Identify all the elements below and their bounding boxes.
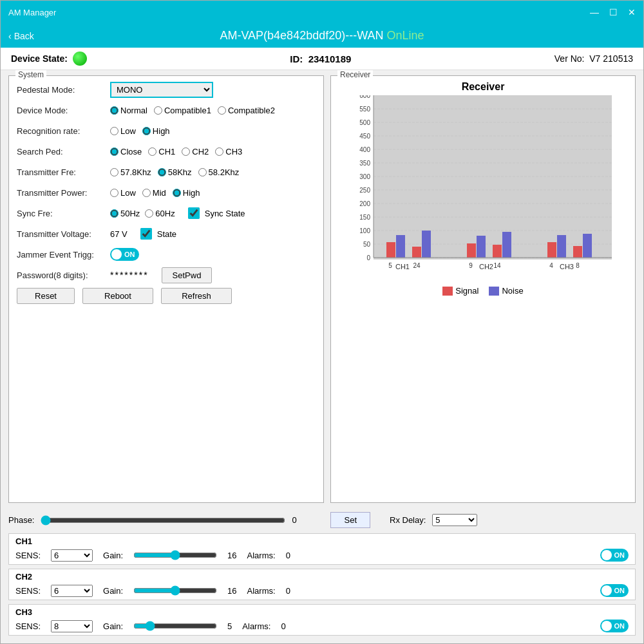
- svg-text:250: 250: [359, 187, 370, 194]
- ch2-section: CH2 SENS: 64578910 Gain: 16 Alarms: 0 ON: [8, 569, 636, 600]
- ch2-on-text: ON: [614, 587, 625, 594]
- device-mode-compatible2[interactable]: Compatible2: [218, 106, 275, 115]
- device-mode-compatible1[interactable]: Compatible1: [154, 106, 211, 115]
- ch2-row: SENS: 64578910 Gain: 16 Alarms: 0 ON: [15, 584, 629, 597]
- search-ped-ch1[interactable]: CH1: [148, 147, 175, 156]
- ch1-title: CH1: [15, 536, 629, 546]
- ch2-alarms-label: Alarms:: [247, 586, 276, 596]
- svg-rect-42: [557, 235, 566, 258]
- power-high[interactable]: High: [173, 188, 200, 198]
- svg-text:150: 150: [359, 214, 370, 221]
- minimize-button[interactable]: —: [590, 7, 599, 17]
- phase-label: Phase:: [8, 515, 34, 525]
- svg-text:CH1: CH1: [395, 263, 410, 270]
- maximize-button[interactable]: ☐: [609, 7, 618, 17]
- chart-title: Receiver: [337, 81, 629, 93]
- rx-delay-label: Rx Delay:: [390, 515, 426, 525]
- fre-57.8[interactable]: 57.8Khz: [110, 167, 151, 177]
- system-panel: System Pedestal Mode: MONO DUAL QUAD Dev…: [8, 75, 324, 503]
- action-buttons-row: Reset Reboot Refresh: [17, 287, 316, 304]
- svg-text:400: 400: [359, 146, 370, 153]
- set-button[interactable]: Set: [330, 512, 370, 528]
- search-ped-ch2[interactable]: CH2: [182, 147, 209, 156]
- ver-no: Ver No: V7 210513: [554, 53, 633, 64]
- receiver-chart: 600 550 500 450 400 350 300 250 200 150 …: [337, 95, 629, 282]
- close-button[interactable]: ✕: [628, 7, 636, 17]
- svg-rect-41: [547, 242, 556, 258]
- ch3-toggle[interactable]: ON: [600, 620, 629, 632]
- rx-delay-select[interactable]: 5 1234 678910: [432, 514, 477, 526]
- sync-state-checkbox[interactable]: [188, 207, 200, 219]
- ch1-toggle[interactable]: ON: [600, 549, 629, 562]
- fre-58.2[interactable]: 58.2Khz: [198, 167, 240, 177]
- reboot-button[interactable]: Reboot: [82, 288, 153, 304]
- transmitter-voltage-value: 67 V: [110, 229, 128, 239]
- ch1-alarms-label: Alarms:: [247, 551, 276, 560]
- ch1-toggle-knob: [601, 550, 612, 560]
- legend-signal: Signal: [442, 286, 478, 296]
- title-prefix: AM-VAP(b4e842bddf20)---WAN: [220, 29, 386, 42]
- ch3-on-text: ON: [614, 622, 625, 630]
- ch2-toggle[interactable]: ON: [600, 584, 629, 597]
- ch2-gain-slider[interactable]: [133, 585, 217, 596]
- device-id: ID: 23410189: [290, 53, 351, 64]
- fre-58[interactable]: 58Khz: [158, 167, 192, 177]
- ch3-gain-slider[interactable]: [133, 621, 217, 631]
- reset-button[interactable]: Reset: [17, 288, 75, 304]
- ch1-sens-select[interactable]: 64578910: [51, 549, 93, 562]
- pedestal-mode-controls: MONO DUAL QUAD: [110, 82, 213, 98]
- password-label: Password(8 digits):: [17, 270, 110, 280]
- recognition-rate-low[interactable]: Low: [110, 126, 136, 136]
- jammer-row: Jammer Event Trigg: ON: [17, 246, 316, 263]
- ch2-gain-value: 16: [227, 586, 236, 596]
- device-mode-label: Device Mode:: [17, 106, 110, 115]
- ch2-alarms-value: 0: [286, 586, 290, 596]
- ch2-sens-select[interactable]: 64578910: [51, 585, 93, 597]
- state-checkbox[interactable]: [140, 228, 152, 240]
- page-title: AM-VAP(b4e842bddf20)---WAN OnLine: [220, 29, 424, 43]
- sync-fre-50hz[interactable]: 50Hz: [110, 209, 140, 218]
- ch3-row: SENS: 84567910 Gain: 5 Alarms: 0 ON: [15, 620, 629, 632]
- device-state-indicator: [73, 52, 87, 66]
- device-mode-normal[interactable]: Normal: [110, 106, 147, 115]
- pedestal-mode-select[interactable]: MONO DUAL QUAD: [110, 82, 213, 98]
- ch3-section: CH3 SENS: 84567910 Gain: 5 Alarms: 0 ON: [8, 604, 636, 636]
- back-label: Back: [14, 31, 34, 41]
- svg-text:350: 350: [359, 160, 370, 167]
- transmitter-power-controls: Low Mid High: [110, 188, 200, 198]
- ch1-gain-slider[interactable]: [133, 550, 217, 560]
- transmitter-voltage-label: Transmitter Voltage:: [17, 229, 110, 239]
- search-ped-label: Search Ped:: [17, 147, 110, 156]
- setpwd-button[interactable]: SetPwd: [162, 267, 213, 283]
- device-mode-normal-label: Normal: [120, 106, 147, 115]
- device-info-bar: Device State: ID: 23410189 Ver No: V7 21…: [1, 48, 643, 70]
- back-button[interactable]: ‹ Back: [8, 31, 34, 41]
- password-row: Password(8 digits): ******** SetPwd: [17, 267, 316, 283]
- receiver-panel: Receiver Receiver: [330, 75, 636, 503]
- sync-fre-60hz[interactable]: 60Hz: [145, 209, 175, 218]
- phase-slider[interactable]: [41, 515, 285, 526]
- jammer-toggle[interactable]: ON: [110, 248, 139, 261]
- svg-text:CH2: CH2: [479, 263, 493, 270]
- password-controls: ******** SetPwd: [110, 267, 212, 283]
- svg-text:200: 200: [359, 200, 370, 207]
- transmitter-fre-label: Transmitter Fre:: [17, 167, 110, 177]
- recognition-rate-high[interactable]: High: [142, 126, 170, 136]
- device-state-label: Device State:: [11, 53, 68, 64]
- ch3-sens-select[interactable]: 84567910: [51, 620, 93, 632]
- sync-state-label: Sync State: [205, 209, 245, 218]
- svg-rect-37: [502, 232, 511, 258]
- power-mid[interactable]: Mid: [142, 188, 166, 198]
- power-low[interactable]: Low: [110, 188, 136, 198]
- refresh-button[interactable]: Refresh: [161, 288, 232, 304]
- window-controls: — ☐ ✕: [590, 7, 636, 17]
- phase-row: Phase: 0 Set Rx Delay: 5 1234 678910: [8, 512, 636, 528]
- search-ped-row: Search Ped: Close CH1 CH2: [17, 143, 316, 160]
- svg-rect-27: [386, 242, 395, 258]
- search-ped-ch3[interactable]: CH3: [215, 147, 242, 156]
- search-ped-close[interactable]: Close: [110, 147, 142, 156]
- device-mode-compatible1-label: Compatible1: [164, 106, 211, 115]
- jammer-controls: ON: [110, 248, 139, 261]
- transmitter-fre-row: Transmitter Fre: 57.8Khz 58Khz 58.2Khz: [17, 164, 316, 180]
- toggle-knob: [111, 249, 122, 260]
